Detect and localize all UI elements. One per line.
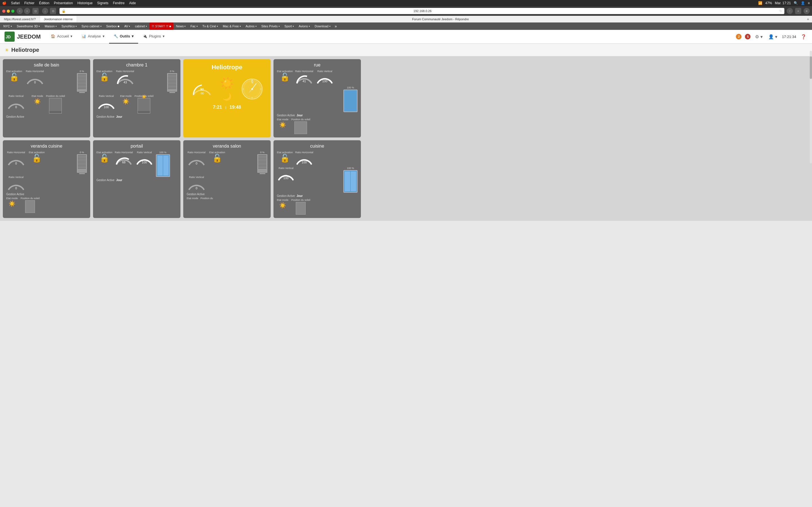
aide-menu[interactable]: Aide: [129, 1, 136, 5]
nav-fac[interactable]: Fac ▾: [188, 22, 200, 30]
nav-download[interactable]: Download ▾: [312, 22, 333, 30]
etat-mode-sun-rue[interactable]: ☀️: [279, 121, 286, 128]
forward-button[interactable]: ›: [24, 8, 30, 14]
nav-sitesprivs[interactable]: Sites Privés ▾: [259, 22, 282, 30]
nav-synocabinet[interactable]: Syno cabinet ▾: [79, 22, 104, 30]
etat-activation-toggle-vs[interactable]: 🔓: [212, 154, 222, 162]
edition-menu[interactable]: Édition: [39, 1, 49, 5]
blind-handle-sdb: [79, 92, 85, 93]
tab-jeedomaison[interactable]: Jeedomaison interne: [40, 16, 77, 22]
nav-analyse[interactable]: 📊 Analyse ▾: [77, 30, 109, 44]
badge-red[interactable]: 5: [745, 34, 751, 40]
nav-av[interactable]: AV ▾: [122, 22, 133, 30]
nav-accueil[interactable]: 🏠 Accueil ▾: [46, 30, 77, 44]
apple-menu[interactable]: 🍎: [2, 1, 6, 5]
helio-sunset: 19:48: [230, 105, 241, 110]
ratio-h-label-vc: Ratio Horizontal: [7, 151, 25, 154]
etat-activation-toggle-portail[interactable]: 🔓: [100, 154, 109, 162]
address-bar[interactable]: 🔒 ↻: [59, 8, 784, 14]
signets-menu[interactable]: Signets: [97, 1, 109, 5]
mac-menu-bar: 🍎 Safari Fichier Édition Présentation Hi…: [0, 0, 812, 6]
nav-news[interactable]: News ▾: [174, 22, 188, 30]
scrollbar-thumb[interactable]: [810, 56, 812, 79]
url-input[interactable]: [67, 9, 777, 13]
nav-plugins[interactable]: 🔌 Plugins ▾: [138, 30, 169, 44]
blind-handle-vc: [79, 173, 85, 174]
nav-cabinet[interactable]: cabinet ▾: [133, 22, 149, 30]
nav-macfree[interactable]: Mac & Free ▾: [220, 22, 243, 30]
nav-nyc[interactable]: NYC ▾: [1, 22, 14, 30]
user-menu-icon[interactable]: 👤 ▾: [767, 33, 778, 41]
new-tab-plus[interactable]: +: [795, 8, 801, 14]
app-logo[interactable]: JD JEEDOM: [4, 32, 41, 42]
gestion-value-c1: Jour: [116, 115, 122, 118]
search-icon[interactable]: 🔍: [794, 1, 798, 5]
ratio-v-gauge-vs: 0: [187, 179, 206, 191]
tab-forest[interactable]: https://forest.useed.fr/?: [0, 16, 40, 22]
pct-rue: 100 %: [347, 86, 354, 89]
presentation-menu[interactable]: Présentation: [54, 1, 73, 5]
badge-orange[interactable]: 2: [736, 34, 742, 40]
etat-activation-toggle-cuisine[interactable]: 🔓: [280, 154, 290, 162]
reload-button[interactable]: ↻: [779, 9, 782, 13]
nav-sweethome[interactable]: Sweethome 3D ▾: [14, 22, 42, 30]
nav-maison[interactable]: Maison ▾: [42, 22, 59, 30]
download-indicator[interactable]: ↓: [42, 8, 48, 14]
nav-autres[interactable]: Autres ▾: [243, 22, 259, 30]
share-button[interactable]: ↑: [786, 8, 793, 14]
svg-text:0: 0: [15, 186, 17, 190]
room-card-heliotrope-center: Heliotrope 90 -90 ☀️ 🌙: [183, 59, 271, 137]
back-button[interactable]: ‹: [17, 8, 23, 14]
ratio-h-gauge-vc: 0: [6, 154, 26, 166]
etat-mode-sun-vc[interactable]: ☀️: [8, 200, 15, 207]
minimize-window-button[interactable]: [7, 10, 10, 13]
nav-seebox[interactable]: Seebox ■: [104, 22, 122, 30]
etat-activation-toggle-sdb[interactable]: 🔓: [9, 73, 19, 81]
nav-tvcinema[interactable]: Tv & Ciné ▾: [200, 22, 220, 30]
nav-outils[interactable]: 🔧 Outils ▾: [109, 30, 139, 44]
ratio-h-label-vs: Ratio Horizontal: [188, 151, 206, 154]
user-icon[interactable]: 👤: [801, 1, 805, 5]
nav-start[interactable]: !!! START !!! ■: [149, 22, 173, 30]
svg-text:-90: -90: [200, 92, 204, 95]
fenetre-menu[interactable]: Fenêtre: [113, 1, 124, 5]
etat-mode-label-cuisine: Etat mode: [277, 199, 289, 202]
sidebar-button[interactable]: ≡: [804, 8, 810, 14]
ratio-h-label-sdb: Ratio Horizontal: [26, 70, 44, 73]
maximize-window-button[interactable]: [11, 10, 14, 13]
window-visual-rue: [343, 90, 357, 112]
room-card-cuisine: cuisine Etat activation 🔓 Ratio Horizont…: [273, 140, 361, 218]
app-header: JD JEEDOM 🏠 Accueil ▾ 📊 Analyse ▾ 🔧 Outi…: [0, 30, 812, 44]
settings-icon[interactable]: ⚙ ▾: [754, 33, 763, 41]
nav-sport[interactable]: Sport ▾: [282, 22, 296, 30]
new-tab-button[interactable]: +: [804, 16, 812, 22]
reader-button[interactable]: ⊙: [50, 8, 56, 14]
safari-menu[interactable]: Safari: [11, 1, 20, 5]
page-title-icon: ☀: [4, 47, 9, 53]
etat-activation-toggle-vc[interactable]: 🔓: [32, 154, 42, 162]
main-content-grid: salle de bain Etat activation 🔓 Ratio Ho…: [0, 56, 812, 221]
browser-tabs: https://forest.useed.fr/? Jeedomaison in…: [0, 16, 812, 22]
ratio-h-gauge-vs: 0: [187, 154, 206, 166]
etat-mode-sun-cuisine[interactable]: ☀️: [279, 202, 286, 209]
etat-mode-sun-c1[interactable]: ☀️: [122, 98, 130, 105]
gestion-active-cuisine: Gestion Active Jour: [277, 194, 357, 198]
view-toggle-button[interactable]: ⊡: [33, 8, 39, 14]
etat-mode-sun-sdb[interactable]: ☀️: [34, 98, 41, 105]
etat-activation-toggle-rue[interactable]: 🔓: [280, 73, 290, 81]
jeedom-brand-text: JEEDOM: [17, 34, 41, 40]
etat-activation-toggle-c1[interactable]: 🔓: [100, 73, 109, 81]
etat-activation-label-sdb: Etat activation: [6, 70, 22, 73]
tab-forum[interactable]: Forum Communauté Jeedom - Répondre: [77, 16, 804, 22]
help-icon[interactable]: ❓: [800, 33, 808, 41]
nav-synonico[interactable]: SynoNico ▾: [59, 22, 79, 30]
historique-menu[interactable]: Historique: [77, 1, 93, 5]
control-center-icon[interactable]: ≡: [808, 1, 810, 5]
nav-avions[interactable]: Avions ▾: [296, 22, 312, 30]
ratio-v-gauge-cuisine: 100: [277, 170, 295, 181]
close-window-button[interactable]: [2, 10, 5, 13]
gestion-active-c1: Gestion Active Jour: [96, 115, 177, 118]
fichier-menu[interactable]: Fichier: [24, 1, 35, 5]
nav-overflow[interactable]: »: [333, 24, 339, 29]
svg-text:90: 90: [200, 88, 204, 91]
